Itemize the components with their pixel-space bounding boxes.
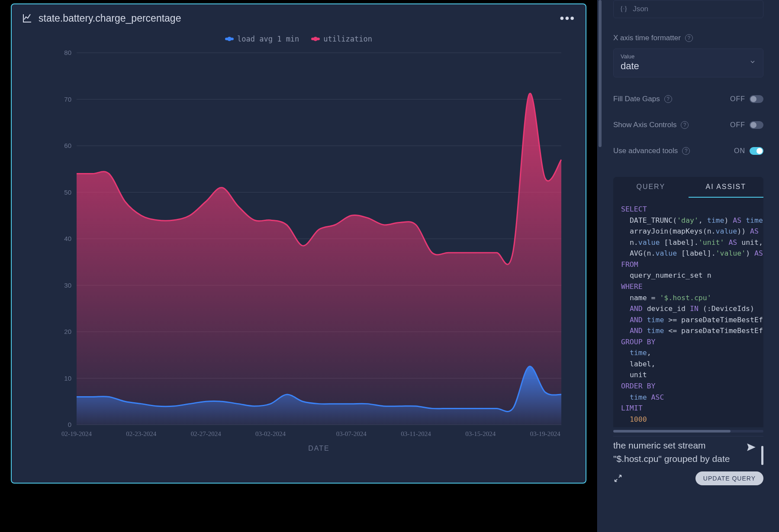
legend-swatch-blue — [225, 38, 234, 40]
field-value: date — [621, 61, 756, 72]
json-format-field[interactable]: {'} Json — [613, 0, 763, 18]
svg-text:03-11-2024: 03-11-2024 — [401, 430, 431, 437]
svg-text:10: 10 — [64, 375, 71, 382]
svg-text:70: 70 — [64, 96, 71, 103]
x-formatter-select[interactable]: Value date — [613, 48, 763, 77]
svg-text:0: 0 — [68, 421, 71, 428]
svg-text:20: 20 — [64, 328, 71, 335]
tab-query[interactable]: QUERY — [613, 177, 689, 198]
svg-text:02-27-2024: 02-27-2024 — [191, 430, 221, 437]
svg-text:DATE: DATE — [308, 445, 329, 452]
sql-horizontal-scrollbar[interactable] — [613, 430, 763, 433]
svg-text:50: 50 — [64, 189, 71, 196]
query-tabs: QUERY AI ASSIST — [613, 177, 763, 198]
svg-text:60: 60 — [64, 142, 71, 149]
side-panel: {'} Json X axis time formatter ? Value d… — [597, 0, 779, 532]
svg-text:40: 40 — [64, 235, 71, 242]
update-query-button[interactable]: UPDATE QUERY — [695, 471, 763, 485]
chart-card: state.battery.charge_percentage ••• load… — [11, 3, 586, 484]
svg-text:02-23-2024: 02-23-2024 — [126, 430, 156, 437]
chart-title: state.battery.charge_percentage — [22, 13, 181, 24]
help-icon[interactable]: ? — [681, 121, 689, 129]
chart-header: state.battery.charge_percentage ••• — [12, 4, 586, 32]
advanced-label: Use advanced tools — [613, 147, 678, 155]
sql-editor[interactable]: SELECT DATE_TRUNC('day', time) AS time, … — [613, 198, 763, 427]
help-icon[interactable]: ? — [664, 95, 672, 103]
footer-row: UPDATE QUERY — [613, 471, 763, 485]
fill-gaps-label: Fill Date Gaps — [613, 95, 660, 103]
chart-legend: load avg 1 min utilization — [12, 32, 586, 48]
json-label: Json — [633, 5, 648, 13]
axis-controls-label: Show Axis Controls — [613, 121, 676, 129]
axis-controls-toggle[interactable]: OFF — [730, 121, 763, 129]
svg-text:03-15-2024: 03-15-2024 — [465, 430, 496, 437]
advanced-toggle[interactable]: ON — [734, 147, 763, 155]
legend-item-utilization[interactable]: utilization — [311, 35, 372, 43]
svg-text:03-19-2024: 03-19-2024 — [530, 430, 560, 437]
svg-text:03-02-2024: 03-02-2024 — [255, 430, 286, 437]
fill-date-gaps-row: Fill Date Gaps ? OFF — [613, 95, 763, 103]
legend-label: load avg 1 min — [237, 35, 299, 43]
help-icon[interactable]: ? — [685, 34, 693, 42]
chevron-down-icon — [749, 58, 756, 65]
text-caret — [761, 446, 763, 465]
axis-controls-row: Show Axis Controls ? OFF — [613, 121, 763, 129]
legend-item-load[interactable]: load avg 1 min — [225, 35, 299, 43]
legend-label: utilization — [323, 35, 372, 43]
help-icon[interactable]: ? — [682, 147, 690, 155]
line-chart-icon — [22, 13, 32, 23]
chart-body: 01020304050607080 02-19-202402-23-202402… — [12, 48, 586, 472]
expand-icon[interactable] — [613, 474, 623, 483]
advanced-tools-row: Use advanced tools ? ON — [613, 147, 763, 155]
chart-svg[interactable]: 01020304050607080 02-19-202402-23-202402… — [59, 48, 570, 472]
fill-gaps-toggle[interactable]: OFF — [730, 95, 763, 103]
svg-text:02-19-2024: 02-19-2024 — [61, 430, 92, 437]
field-label: Value — [621, 53, 756, 60]
send-icon[interactable] — [746, 442, 757, 453]
tab-ai-assist[interactable]: AI ASSIST — [689, 177, 764, 198]
svg-text:80: 80 — [64, 49, 71, 56]
more-menu-icon[interactable]: ••• — [560, 11, 575, 25]
ai-assist-input[interactable]: the numeric set stream "$.host.cpu" grou… — [613, 436, 763, 465]
svg-text:30: 30 — [64, 282, 71, 289]
chart-title-text: state.battery.charge_percentage — [39, 13, 181, 24]
main-panel: state.battery.charge_percentage ••• load… — [0, 0, 597, 532]
scrollbar-track[interactable] — [598, 0, 602, 156]
legend-swatch-pink — [311, 38, 320, 40]
x-axis-formatter-label: X axis time formatter ? — [613, 34, 763, 42]
ai-assist-text: the numeric set stream "$.host.cpu" grou… — [613, 439, 741, 465]
scrollbar-thumb[interactable] — [599, 0, 602, 147]
braces-icon: {'} — [620, 5, 628, 13]
svg-text:03-07-2024: 03-07-2024 — [336, 430, 367, 437]
